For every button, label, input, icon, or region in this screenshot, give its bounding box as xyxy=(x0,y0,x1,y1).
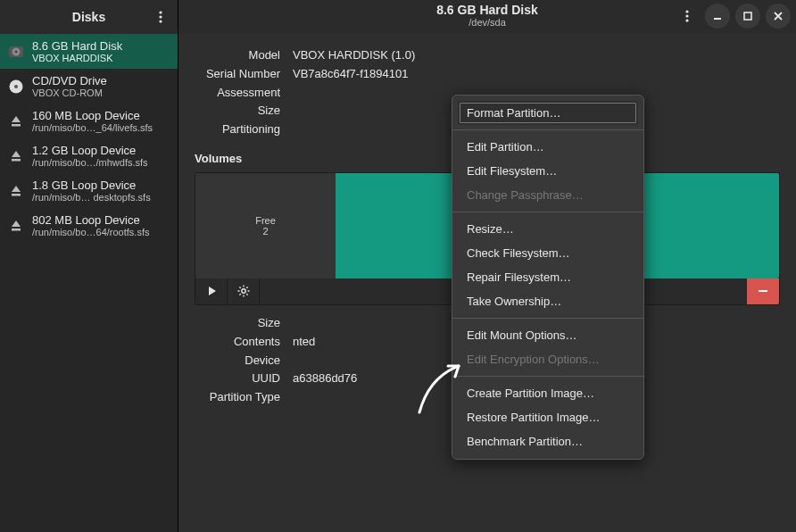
minimize-icon xyxy=(712,11,723,21)
svg-rect-10 xyxy=(12,194,21,196)
disk-menu-button[interactable] xyxy=(675,4,700,29)
gear-icon xyxy=(237,285,250,297)
svg-rect-16 xyxy=(744,12,751,20)
svg-rect-26 xyxy=(759,290,767,292)
device-list-item[interactable]: 160 MB Loop Device/run/miso/bo…_64/livef… xyxy=(0,104,178,138)
device-title: CD/DVD Drive xyxy=(32,74,107,87)
device-list-item[interactable]: 1.2 GB Loop Device/run/miso/bo…/mhwdfs.s… xyxy=(0,138,178,173)
menu-item: Edit Encryption Options… xyxy=(452,347,643,371)
menu-item[interactable]: Create Partition Image… xyxy=(452,381,643,405)
kebab-icon xyxy=(159,11,162,23)
eject-icon xyxy=(7,112,25,130)
svg-line-24 xyxy=(246,287,247,288)
app-title: Disks xyxy=(72,10,105,24)
device-subtitle: /run/miso/b… desktopfs.sfs xyxy=(32,192,151,203)
menu-item[interactable]: Edit Filesystem… xyxy=(452,159,643,183)
maximize-icon xyxy=(742,11,753,21)
volume-seg-line: 2 xyxy=(262,226,268,237)
device-title: 8.6 GB Hard Disk xyxy=(32,39,122,53)
prop-value: VB7a8c64f7-f1894101 xyxy=(293,65,780,84)
cd-icon xyxy=(7,78,25,96)
sidebar-header: Disks xyxy=(0,0,178,34)
delete-partition-button[interactable] xyxy=(747,278,779,304)
menu-item[interactable]: Repair Filesystem… xyxy=(452,265,643,289)
eject-icon xyxy=(7,182,25,200)
main-header: 8.6 GB Hard Disk /dev/sda xyxy=(178,0,796,34)
svg-point-7 xyxy=(14,85,18,88)
minimize-button[interactable] xyxy=(705,4,730,29)
device-title: 1.2 GB Loop Device xyxy=(32,144,148,157)
menu-separator xyxy=(452,129,643,130)
menu-item[interactable]: Edit Partition… xyxy=(452,135,643,159)
device-title: 1.8 GB Loop Device xyxy=(32,179,151,192)
main-pane: 8.6 GB Hard Disk /dev/sda ModelVB xyxy=(178,0,796,532)
menu-item[interactable]: Format Partition… xyxy=(458,101,638,125)
close-button[interactable] xyxy=(766,4,791,29)
prop-key: Size xyxy=(195,314,280,333)
hdd-icon xyxy=(7,43,25,61)
device-subtitle: /run/miso/bo…/mhwdfs.sfs xyxy=(32,157,148,168)
menu-item[interactable]: Resize… xyxy=(452,217,643,241)
play-icon xyxy=(206,286,217,296)
svg-point-0 xyxy=(159,11,162,13)
svg-rect-11 xyxy=(12,229,21,231)
volume-settings-button[interactable] xyxy=(228,278,260,304)
svg-point-17 xyxy=(241,289,245,293)
svg-line-23 xyxy=(246,295,247,295)
prop-key: Size xyxy=(195,102,280,121)
device-list-item[interactable]: CD/DVD DriveVBOX CD-ROM xyxy=(0,69,178,104)
svg-rect-15 xyxy=(714,18,721,20)
device-title: 160 MB Loop Device xyxy=(32,109,153,122)
svg-line-22 xyxy=(239,287,240,288)
prop-key: Contents xyxy=(195,333,280,352)
device-subtitle: VBOX CD-ROM xyxy=(32,87,107,98)
svg-rect-8 xyxy=(12,124,21,127)
eject-icon xyxy=(7,217,25,235)
prop-key: Partitioning xyxy=(195,121,280,139)
menu-separator xyxy=(452,318,643,319)
maximize-button[interactable] xyxy=(735,4,760,29)
volume-seg-line: Free xyxy=(255,215,276,226)
menu-item[interactable]: Benchmark Partition… xyxy=(452,429,643,453)
prop-key: Partition Type xyxy=(195,388,280,407)
menu-item[interactable]: Restore Partition Image… xyxy=(452,405,643,429)
menu-separator xyxy=(452,212,643,212)
prop-key: Device xyxy=(195,352,280,370)
prop-value: VBOX HARDDISK (1.0) xyxy=(293,46,780,65)
device-subtitle: /run/miso/bo…64/rootfs.sfs xyxy=(32,227,149,237)
close-icon xyxy=(773,11,784,21)
svg-point-13 xyxy=(685,14,688,17)
device-list-item[interactable]: 1.8 GB Loop Device/run/miso/b… desktopfs… xyxy=(0,173,178,208)
device-list-item[interactable]: 8.6 GB Hard DiskVBOX HARDDISK xyxy=(0,34,178,69)
kebab-icon xyxy=(685,10,689,22)
svg-point-1 xyxy=(159,15,162,18)
prop-key: Assessment xyxy=(195,84,280,103)
svg-point-2 xyxy=(159,20,162,22)
svg-point-14 xyxy=(685,19,688,21)
svg-point-12 xyxy=(685,10,688,12)
device-list-item[interactable]: 802 MB Loop Device/run/miso/bo…64/rootfs… xyxy=(0,208,178,243)
menu-item[interactable]: Edit Mount Options… xyxy=(452,323,643,347)
volume-free-space[interactable]: Free2 xyxy=(195,173,336,278)
minus-icon xyxy=(757,285,769,297)
menu-item[interactable]: Take Ownership… xyxy=(452,289,643,313)
prop-key: Model xyxy=(195,46,280,65)
menu-item[interactable]: Check Filesystem… xyxy=(452,241,643,265)
device-title: 802 MB Loop Device xyxy=(32,213,149,227)
svg-line-25 xyxy=(239,295,240,295)
device-list: 8.6 GB Hard DiskVBOX HARDDISKCD/DVD Driv… xyxy=(0,34,178,532)
svg-point-5 xyxy=(15,50,18,53)
mount-button[interactable] xyxy=(195,278,228,304)
menu-separator xyxy=(452,376,643,377)
device-subtitle: /run/miso/bo…_64/livefs.sfs xyxy=(32,122,153,133)
svg-rect-9 xyxy=(12,159,21,162)
volume-context-menu[interactable]: Format Partition…Edit Partition…Edit Fil… xyxy=(452,95,644,460)
prop-key: Serial Number xyxy=(195,65,280,84)
prop-key: UUID xyxy=(195,370,280,388)
device-sidebar: Disks 8.6 GB Hard DiskVBOX HARDDISKCD/DV… xyxy=(0,0,178,532)
device-subtitle: VBOX HARDDISK xyxy=(32,53,122,63)
sidebar-menu-button[interactable] xyxy=(149,5,172,29)
menu-item: Change Passphrase… xyxy=(452,183,643,207)
eject-icon xyxy=(7,147,25,165)
